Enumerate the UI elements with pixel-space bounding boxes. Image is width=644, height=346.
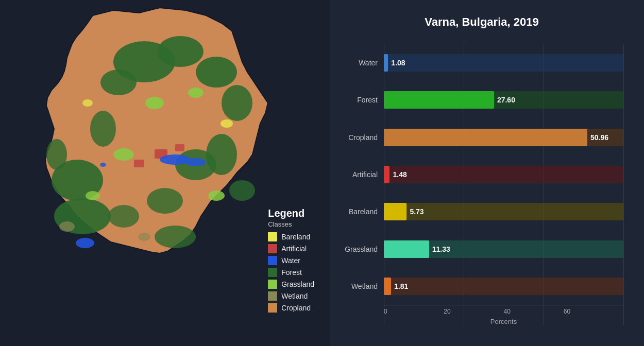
svg-point-5 [196,57,237,88]
bar-label: Forest [340,96,384,104]
legend-label: Cropland [281,304,311,312]
chart-title: Varna, Bulgaria, 2019 [340,15,623,29]
x-tick: 20 [444,305,503,315]
svg-point-15 [46,139,67,170]
svg-point-11 [206,134,237,175]
svg-point-30 [82,99,93,107]
legend-swatch [268,244,277,253]
svg-point-17 [145,97,164,109]
bar-value: 1.08 [391,59,405,67]
bar-label: Grassland [340,245,384,253]
legend-label: Bareland [281,233,310,241]
bar-fg [384,54,388,72]
legend-item: Cropland [268,303,314,313]
x-tick: 40 [504,305,564,315]
map-panel: Legend Classes Bareland Artificial Water… [0,0,330,346]
bar-label: Wetland [340,282,384,290]
legend-title: Legend [268,207,314,219]
bar-bg [384,166,623,183]
legend-item: Grassland [268,280,314,289]
x-tick: 60 [564,305,623,315]
bar-row: Water 1.08 [340,52,623,74]
legend-item: Bareland [268,232,314,241]
legend-swatch [268,291,277,301]
bar-row: Grassland 11.33 [340,238,623,260]
legend-item: Wetland [268,291,314,301]
svg-point-4 [100,70,137,95]
svg-rect-23 [134,160,144,167]
bar-track: 1.81 [384,278,623,295]
bar-track: 50.96 [384,129,623,146]
svg-point-21 [86,191,100,200]
bar-row: Bareland 5.73 [340,201,623,222]
legend-label: Artificial [281,245,307,253]
bar-label: Water [340,59,384,67]
bar-value: 1.81 [394,282,408,290]
legend-item: Forest [268,268,314,277]
legend-swatch [268,303,277,313]
bar-label: Bareland [340,207,384,216]
bar-fg [384,278,391,295]
bar-row: Artificial 1.48 [340,164,623,185]
bar-track: 1.08 [384,54,623,72]
svg-point-29 [221,119,233,128]
legend-label: Water [281,256,300,265]
svg-point-14 [108,205,139,228]
legend-item: Water [268,256,314,265]
svg-point-16 [229,180,255,201]
svg-point-20 [208,191,225,201]
bar-row: Wetland 1.81 [340,275,623,297]
x-axis-label: Percents [384,318,623,325]
svg-point-26 [185,158,206,166]
bar-track: 1.48 [384,166,623,183]
bar-label: Cropland [340,133,384,142]
legend-label: Grassland [281,280,314,288]
legend-subtitle: Classes [268,220,314,228]
bar-value: 1.48 [393,170,406,179]
bar-value: 50.96 [590,133,608,142]
bar-label: Artificial [340,170,384,179]
legend-swatch [268,268,277,277]
bar-fg [384,203,406,220]
bar-value: 27.60 [497,96,515,104]
svg-point-18 [188,88,204,98]
legend-swatch [268,256,277,265]
bar-value: 5.73 [410,207,423,216]
svg-point-10 [147,188,183,214]
svg-point-27 [76,238,94,248]
svg-point-32 [138,233,150,241]
svg-point-31 [59,221,75,232]
legend-item: Artificial [268,244,314,253]
bar-fg [384,166,389,183]
x-tick: 0 [384,305,444,315]
bar-row: Forest 27.60 [340,89,623,111]
bar-bg [384,54,623,72]
bar-fg [384,129,587,146]
legend-swatch [268,280,277,289]
svg-point-13 [155,226,196,248]
bar-track: 11.33 [384,240,623,258]
chart-panel: Varna, Bulgaria, 2019 Water 1.08 Forest … [330,0,644,346]
legend-label: Wetland [281,292,308,300]
svg-rect-24 [175,144,184,151]
bar-fg [384,91,494,109]
bar-value: 11.33 [432,245,450,253]
svg-point-19 [113,148,134,161]
bar-row: Cropland 50.96 [340,127,623,148]
svg-point-6 [222,85,252,121]
svg-point-3 [157,36,204,67]
bar-bg [384,278,623,295]
bar-fg [384,240,429,258]
legend-label: Forest [281,268,302,276]
svg-point-28 [100,163,106,167]
map-legend: Legend Classes Bareland Artificial Water… [268,207,314,315]
grid-line [623,44,624,325]
bar-track: 27.60 [384,91,623,109]
svg-point-7 [90,111,116,147]
legend-swatch [268,232,277,241]
bar-track: 5.73 [384,203,623,220]
